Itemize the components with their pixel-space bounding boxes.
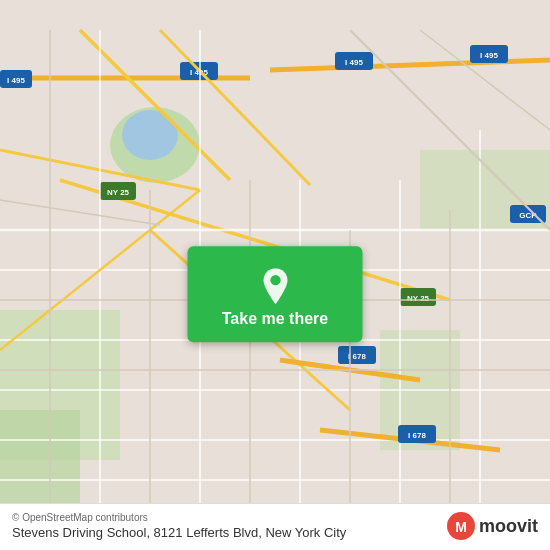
svg-text:M: M <box>455 519 467 535</box>
button-label: Take me there <box>222 310 328 328</box>
take-me-there-button[interactable]: Take me there <box>188 246 363 342</box>
moovit-logo: M moovit <box>447 512 538 540</box>
svg-text:I 678: I 678 <box>408 431 426 440</box>
moovit-icon: M <box>447 512 475 540</box>
svg-text:I 495: I 495 <box>7 76 25 85</box>
copyright-text: © OpenStreetMap contributors <box>12 512 346 523</box>
svg-point-56 <box>270 275 280 285</box>
svg-text:I 495: I 495 <box>480 51 498 60</box>
svg-text:I 495: I 495 <box>345 58 363 67</box>
svg-text:NY 25: NY 25 <box>407 294 430 303</box>
svg-text:NY 25: NY 25 <box>107 188 130 197</box>
address-section: © OpenStreetMap contributors Stevens Dri… <box>12 512 346 540</box>
location-pin-icon <box>257 268 293 304</box>
bottom-bar: © OpenStreetMap contributors Stevens Dri… <box>0 503 550 550</box>
map-container: I 495 I 495 I 495 I 495 NY 25 NY 25 GCP <box>0 0 550 550</box>
svg-text:I 678: I 678 <box>348 352 366 361</box>
address-text: Stevens Driving School, 8121 Lefferts Bl… <box>12 525 346 540</box>
moovit-text: moovit <box>479 516 538 537</box>
